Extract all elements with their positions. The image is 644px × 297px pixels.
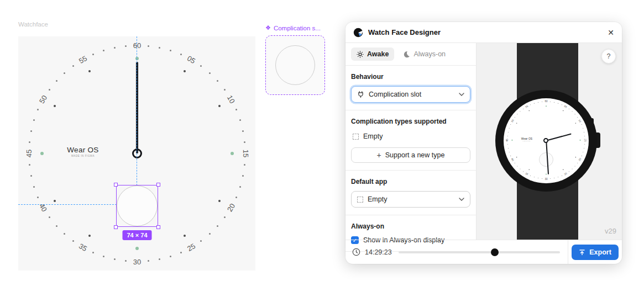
dial-major-dot: [575, 157, 577, 158]
dial-minute-dot: [584, 144, 585, 145]
dial-major-dot: [528, 169, 530, 170]
dial-minute-dot: [558, 103, 558, 104]
dial-minute-dot: [239, 186, 241, 188]
dial-minute-dot: [575, 114, 575, 114]
question-icon: ?: [607, 52, 611, 60]
app-window: Watchface Wear OS MADE IN FIGMA 05101520…: [0, 0, 644, 297]
dial-minute-dot: [180, 252, 182, 253]
watch-preview: Wear OS MADE IN FIGMA 051015202530354045…: [477, 43, 622, 240]
add-type-button[interactable]: + Support a new type: [351, 147, 470, 163]
selection-handle[interactable]: [114, 225, 118, 229]
dial-minute-dot: [64, 72, 65, 74]
dial-major-dot: [563, 169, 564, 170]
slider-track[interactable]: [399, 251, 560, 253]
frame-title[interactable]: Watchface: [18, 21, 48, 28]
dial-minute-dot: [507, 136, 508, 136]
dial-minute-dot: [244, 164, 245, 166]
dial-minute-dot: [562, 175, 562, 176]
behaviour-select[interactable]: Complication slot: [351, 86, 470, 103]
selection-handle[interactable]: [156, 183, 160, 187]
dial-number: 30: [544, 177, 547, 180]
tab-always-on[interactable]: Always-on: [397, 47, 451, 61]
panel-title: Watch Face Designer: [368, 28, 603, 36]
dial-minute-dot: [244, 141, 245, 143]
dial-minute-dot: [56, 225, 57, 227]
component-thumbnail-circle: [275, 45, 315, 85]
dial-minute-dot: [584, 132, 584, 132]
dial-minute-dot: [72, 65, 74, 67]
chevron-down-icon: [459, 198, 464, 201]
time-slider[interactable]: [399, 248, 560, 256]
dial-minute-dot: [584, 148, 584, 148]
default-app-select[interactable]: Empty: [351, 191, 470, 208]
dial-minute-dot: [572, 169, 572, 169]
settings-column: Awake Always-on Behaviour: [345, 43, 477, 240]
dial-minute-dot: [562, 104, 562, 105]
dial-minute-dot: [510, 156, 511, 156]
plug-icon: [357, 91, 364, 98]
dial-number: 05: [186, 54, 197, 65]
dial-minute-dot: [517, 114, 517, 114]
dial-accent-dot: [546, 105, 547, 107]
selection-box[interactable]: [116, 185, 158, 227]
empty-slot-icon: [357, 197, 363, 203]
dial-number: 45: [506, 139, 509, 141]
dial-minute-dot: [515, 117, 515, 118]
dial-minute-dot: [523, 171, 523, 172]
dial-number: 20: [226, 202, 237, 213]
dial-minute-dot: [554, 178, 554, 178]
slider-thumb[interactable]: [491, 248, 499, 256]
dial-minute-dot: [550, 178, 551, 179]
dial-minute-dot: [37, 197, 39, 198]
alignment-guide-horizontal: [18, 204, 117, 205]
dial-minute-dot: [217, 225, 218, 227]
dial-minute-dot: [542, 102, 542, 102]
component-thumbnail[interactable]: [265, 35, 325, 95]
dial-minute-dot: [209, 233, 211, 235]
app-logo-icon: [353, 28, 363, 38]
close-icon[interactable]: ✕: [608, 29, 614, 36]
watchface-canvas[interactable]: Wear OS MADE IN FIGMA 051015202530354045…: [18, 36, 255, 271]
dial-number: 25: [186, 242, 197, 253]
selection-handle[interactable]: [114, 183, 118, 187]
dial-major-dot: [528, 110, 530, 112]
dial-minute-dot: [29, 164, 30, 166]
dial-minute-dot: [538, 178, 538, 178]
alignment-guide-vertical: [137, 36, 137, 185]
dial-minute-dot: [29, 141, 30, 143]
dial-major-dot: [218, 105, 221, 108]
default-app-label: Default app: [351, 178, 470, 185]
export-button[interactable]: Export: [572, 245, 619, 260]
dial-major-dot: [575, 123, 577, 124]
size-badge: 74 × 74: [122, 230, 151, 240]
dial-number: 10: [578, 119, 582, 123]
tab-awake[interactable]: Awake: [351, 47, 394, 61]
dial-minute-dot: [575, 166, 575, 166]
dial-number: 55: [77, 54, 88, 65]
dial-minute-dot: [242, 130, 244, 132]
panel-footer: 14:29:23 Export: [345, 240, 622, 264]
panel-header[interactable]: Watch Face Designer ✕: [345, 22, 622, 43]
empty-slot-icon: [353, 134, 359, 140]
help-button[interactable]: ?: [601, 49, 616, 63]
dial-accent-dot: [580, 140, 581, 141]
dial-major-dot: [516, 157, 517, 158]
dial-minute-dot: [582, 156, 582, 156]
dial-major-dot: [54, 200, 56, 203]
dial-major-dot: [184, 235, 186, 237]
dial-minute-dot: [159, 47, 160, 49]
component-name-label[interactable]: ❖ Complication s...: [265, 24, 321, 31]
dial-major-dot: [54, 105, 56, 108]
dial-minute-dot: [530, 104, 531, 105]
selection-handle[interactable]: [156, 225, 160, 229]
dial-minute-dot: [235, 109, 237, 110]
dial-minute-dot: [56, 80, 57, 82]
dial-minute-dot: [103, 50, 104, 51]
dial-accent-dot: [135, 57, 139, 60]
dial-minute-dot: [534, 103, 535, 104]
dial-minute-dot: [170, 256, 171, 257]
dial-minute-dot: [30, 130, 32, 132]
dial-number: 30: [133, 258, 141, 266]
supported-type-row[interactable]: Empty: [353, 132, 470, 140]
dial-minute-dot: [30, 175, 32, 177]
